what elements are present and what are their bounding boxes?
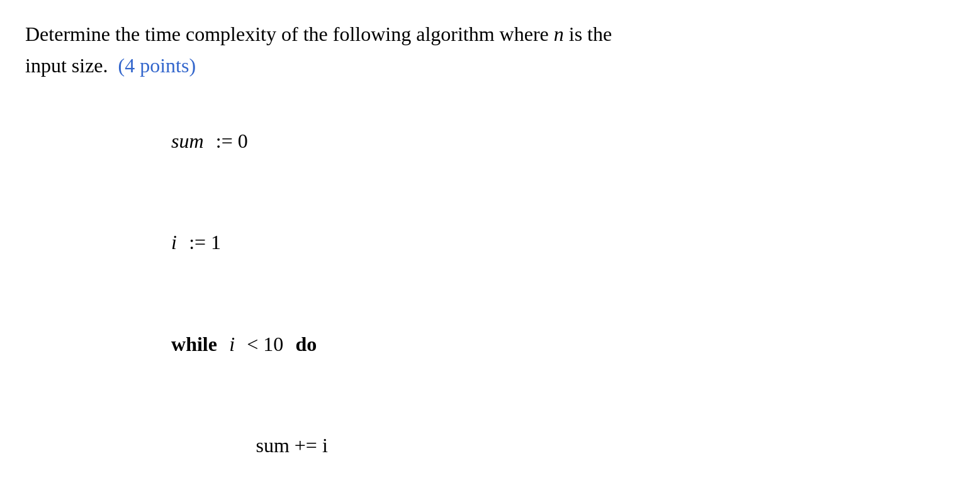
line-sum-plus-i: sum += i <box>50 396 955 483</box>
algorithm-block: sum := 0 i := 1 while i < 10 do sum += i… <box>50 91 955 483</box>
n-variable: n <box>554 23 564 45</box>
line-sum-init: sum := 0 <box>50 91 955 192</box>
line-i-init: i := 1 <box>50 193 955 294</box>
points-label: (4 points) <box>118 54 196 77</box>
question-text: Determine the time complexity of the fol… <box>25 19 955 81</box>
question-container: Determine the time complexity of the fol… <box>25 19 955 483</box>
line-while1: while i < 10 do <box>50 294 955 396</box>
